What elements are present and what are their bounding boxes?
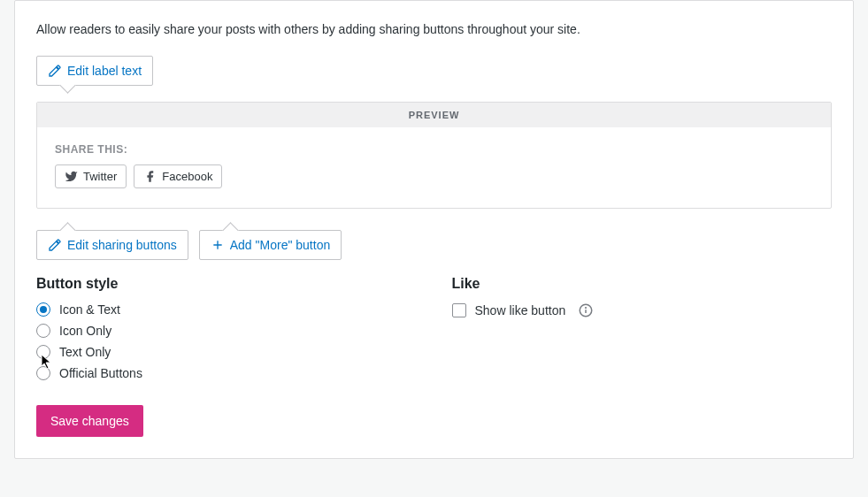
like-section: Like Show like button bbox=[452, 276, 833, 387]
description-text: Allow readers to easily share your posts… bbox=[36, 22, 832, 36]
radio-icon-only[interactable]: Icon Only bbox=[36, 324, 417, 338]
preview-body: SHARE THIS: Twitter Facebook bbox=[37, 127, 831, 208]
button-style-heading: Button style bbox=[36, 276, 417, 292]
share-facebook-button[interactable]: Facebook bbox=[134, 164, 222, 188]
pencil-icon bbox=[48, 64, 62, 78]
share-facebook-label: Facebook bbox=[162, 170, 212, 183]
twitter-icon bbox=[65, 170, 78, 183]
edit-sharing-buttons-button[interactable]: Edit sharing buttons bbox=[36, 230, 188, 260]
like-heading: Like bbox=[452, 276, 833, 292]
save-changes-label: Save changes bbox=[50, 414, 129, 428]
add-more-button-label: Add "More" button bbox=[230, 238, 330, 252]
radio-icon bbox=[36, 345, 50, 359]
add-more-button[interactable]: Add "More" button bbox=[199, 230, 342, 260]
button-style-section: Button style Icon & Text Icon Only Text … bbox=[36, 276, 417, 387]
svg-point-2 bbox=[586, 308, 587, 309]
radio-label: Icon & Text bbox=[59, 302, 120, 317]
share-this-label: SHARE THIS: bbox=[55, 143, 813, 156]
show-like-label: Show like button bbox=[475, 303, 566, 317]
share-twitter-label: Twitter bbox=[83, 170, 117, 183]
save-changes-button[interactable]: Save changes bbox=[36, 405, 143, 437]
preview-box: PREVIEW SHARE THIS: Twitter Facebook bbox=[36, 102, 832, 209]
plus-icon bbox=[211, 238, 225, 252]
radio-icon bbox=[36, 366, 50, 380]
sharing-settings-card: Allow readers to easily share your posts… bbox=[14, 0, 854, 459]
radio-label: Official Buttons bbox=[59, 366, 142, 380]
edit-sharing-buttons-label: Edit sharing buttons bbox=[67, 238, 177, 252]
radio-icon-text[interactable]: Icon & Text bbox=[36, 302, 417, 317]
checkbox-icon bbox=[452, 303, 466, 317]
radio-label: Text Only bbox=[59, 345, 111, 359]
radio-official-buttons[interactable]: Official Buttons bbox=[36, 366, 417, 380]
radio-icon bbox=[36, 302, 50, 317]
radio-label: Icon Only bbox=[59, 324, 111, 338]
show-like-button-checkbox[interactable]: Show like button bbox=[452, 302, 833, 318]
facebook-icon bbox=[143, 170, 157, 183]
radio-icon bbox=[36, 324, 50, 338]
share-buttons-row: Twitter Facebook bbox=[55, 164, 813, 188]
edit-label-text-button[interactable]: Edit label text bbox=[36, 56, 153, 86]
preview-header: PREVIEW bbox=[37, 103, 831, 127]
radio-text-only[interactable]: Text Only bbox=[36, 345, 417, 359]
pencil-icon bbox=[48, 238, 62, 252]
share-twitter-button[interactable]: Twitter bbox=[55, 164, 127, 188]
info-icon[interactable] bbox=[578, 302, 594, 318]
edit-label-text-label: Edit label text bbox=[67, 64, 142, 78]
